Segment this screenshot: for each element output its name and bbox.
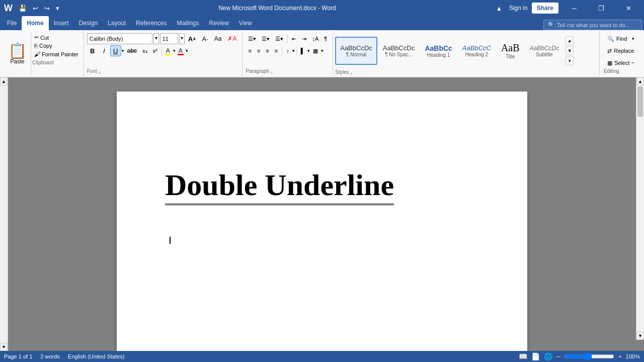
clear-formatting-button[interactable]: ✗A: [225, 33, 239, 44]
quick-save-button[interactable]: 💾: [17, 4, 29, 13]
font-expand-icon[interactable]: ⌟: [98, 68, 101, 74]
italic-button[interactable]: I: [99, 45, 110, 56]
format-painter-button[interactable]: 🖌 Format Painter: [32, 50, 80, 59]
tab-view[interactable]: View: [234, 16, 257, 30]
quick-redo-button[interactable]: ↪: [42, 4, 52, 13]
underline-dropdown-icon[interactable]: ▾: [122, 48, 124, 53]
bullets-button[interactable]: ☰▾: [246, 33, 259, 44]
tab-file[interactable]: File: [2, 16, 22, 30]
styles-more-button[interactable]: ▾: [566, 56, 574, 65]
scroll-up-button[interactable]: ▲: [0, 77, 8, 85]
line-spacing-dropdown-icon[interactable]: ▾: [292, 48, 295, 53]
zoom-out-button[interactable]: ─: [556, 353, 560, 359]
styles-scroll-up[interactable]: ▲: [566, 36, 574, 45]
left-scrollbar[interactable]: ▲ ▼: [0, 77, 8, 351]
subscript-button[interactable]: x₂: [140, 45, 150, 56]
increase-indent-button[interactable]: ⇥: [299, 33, 309, 44]
tab-home[interactable]: Home: [22, 16, 48, 30]
document-area[interactable]: ▲ ▼ Double Underline | ▲ ▼: [0, 77, 644, 351]
highlight-dropdown-icon[interactable]: ▾: [173, 48, 176, 53]
scroll-down-button[interactable]: ▼: [0, 343, 8, 351]
ribbon-content: 📋 Paste ✂ Cut ⎘ Copy 🖌 Format Painter Cl…: [0, 30, 644, 77]
quick-access-dropdown[interactable]: ▾: [54, 4, 61, 13]
superscript-button[interactable]: x²: [150, 45, 160, 56]
ribbon-tabs: File Home Insert Design Layout Reference…: [0, 16, 644, 30]
text-cursor-area[interactable]: |: [165, 235, 171, 244]
align-left-button[interactable]: ≡: [246, 45, 254, 56]
style-title-label: Title: [506, 54, 515, 59]
font-color-button[interactable]: A: [176, 45, 185, 56]
style-subtitle[interactable]: AaBbCcDc Subtitle: [525, 37, 564, 65]
borders-button[interactable]: ▦: [310, 45, 320, 56]
signin-button[interactable]: Sign in: [509, 5, 528, 12]
close-button[interactable]: ✕: [617, 0, 640, 16]
right-scrollbar[interactable]: ▲ ▼: [636, 77, 644, 340]
font-name-dropdown-icon[interactable]: ▾: [153, 33, 159, 44]
tab-insert[interactable]: Insert: [49, 16, 74, 30]
scroll-down-right-button[interactable]: ▼: [636, 332, 644, 340]
font-color-dropdown-icon[interactable]: ▾: [186, 48, 188, 53]
zoom-in-button[interactable]: +: [618, 353, 621, 359]
print-layout-button[interactable]: 📄: [531, 352, 540, 360]
web-layout-button[interactable]: 🌐: [544, 352, 552, 360]
tab-design[interactable]: Design: [74, 16, 103, 30]
find-button[interactable]: 🔍 Find ▾: [604, 33, 638, 44]
style-normal[interactable]: AaBbCcDc ¶ Normal: [335, 37, 377, 65]
copy-button[interactable]: ⎘ Copy: [32, 42, 80, 50]
tab-review[interactable]: Review: [204, 16, 233, 30]
search-input[interactable]: [557, 22, 637, 28]
change-case-button[interactable]: Aa: [212, 33, 224, 44]
underline-button[interactable]: U: [110, 45, 121, 56]
strikethrough-button[interactable]: abc: [125, 45, 139, 56]
text-highlight-button[interactable]: A: [164, 45, 173, 56]
pilcrow-button[interactable]: ¶: [321, 33, 330, 44]
minimize-button[interactable]: ─: [562, 0, 586, 16]
styles-expand-icon[interactable]: ⌟: [350, 69, 352, 75]
justify-button[interactable]: ≡: [272, 45, 280, 56]
bold-button[interactable]: B: [87, 45, 98, 56]
tab-layout[interactable]: Layout: [103, 16, 131, 30]
paragraph-expand-icon[interactable]: ⌟: [270, 68, 273, 74]
replace-button[interactable]: ⇄ Replace: [604, 45, 638, 56]
zoom-slider[interactable]: [564, 352, 614, 360]
tab-mailings[interactable]: Mailings: [172, 16, 204, 30]
style-no-spacing[interactable]: AaBbCcDc ¶ No Spac...: [378, 37, 420, 65]
style-heading2[interactable]: AaBbCcC Heading 2: [458, 37, 496, 65]
shading-dropdown-icon[interactable]: ▾: [307, 48, 310, 53]
shading-button[interactable]: ▌: [298, 45, 307, 56]
font-name-input[interactable]: [87, 33, 152, 44]
document-content[interactable]: Double Underline: [165, 168, 479, 205]
document-text[interactable]: Double Underline: [165, 168, 394, 205]
cut-button[interactable]: ✂ Cut: [32, 33, 80, 42]
document-page[interactable]: Double Underline |: [117, 92, 527, 351]
restore-button[interactable]: ❐: [590, 0, 613, 16]
scroll-up-right-button[interactable]: ▲: [636, 77, 644, 85]
styles-scroll-down[interactable]: ▼: [566, 46, 574, 55]
borders-dropdown-icon[interactable]: ▾: [321, 48, 324, 53]
line-spacing-button[interactable]: ↕: [284, 45, 292, 56]
font-size-input[interactable]: [160, 33, 178, 44]
multilevel-button[interactable]: ☰▾: [273, 33, 286, 44]
find-dropdown-icon[interactable]: ▾: [632, 36, 634, 41]
font-grow-button[interactable]: A+: [186, 33, 199, 44]
status-bar: Page 1 of 1 2 words English (United Stat…: [0, 351, 644, 362]
signin-area: Sign in Share: [509, 3, 558, 14]
ribbon-search-box[interactable]: 🔍: [543, 20, 642, 30]
decrease-indent-button[interactable]: ⇤: [289, 33, 299, 44]
font-shrink-button[interactable]: A-: [199, 33, 210, 44]
tab-references[interactable]: References: [131, 16, 172, 30]
read-mode-button[interactable]: 📖: [519, 352, 527, 360]
font-size-dropdown-icon[interactable]: ▾: [179, 33, 185, 44]
style-heading1[interactable]: AaBbCc Heading 1: [420, 37, 456, 65]
style-title[interactable]: AaB Title: [497, 37, 524, 65]
ribbon-toggle-button[interactable]: ▲: [493, 0, 505, 16]
align-center-button[interactable]: ≡: [255, 45, 263, 56]
paste-button[interactable]: 📋 Paste: [4, 32, 31, 75]
sort-button[interactable]: ↕A: [309, 33, 321, 44]
quick-undo-button[interactable]: ↩: [31, 4, 40, 13]
scroll-thumb[interactable]: [637, 86, 643, 117]
numbering-button[interactable]: ☰▾: [259, 33, 272, 44]
select-button[interactable]: ▦ Select ~: [604, 57, 638, 68]
share-button[interactable]: Share: [532, 3, 558, 14]
align-right-button[interactable]: ≡: [263, 45, 271, 56]
